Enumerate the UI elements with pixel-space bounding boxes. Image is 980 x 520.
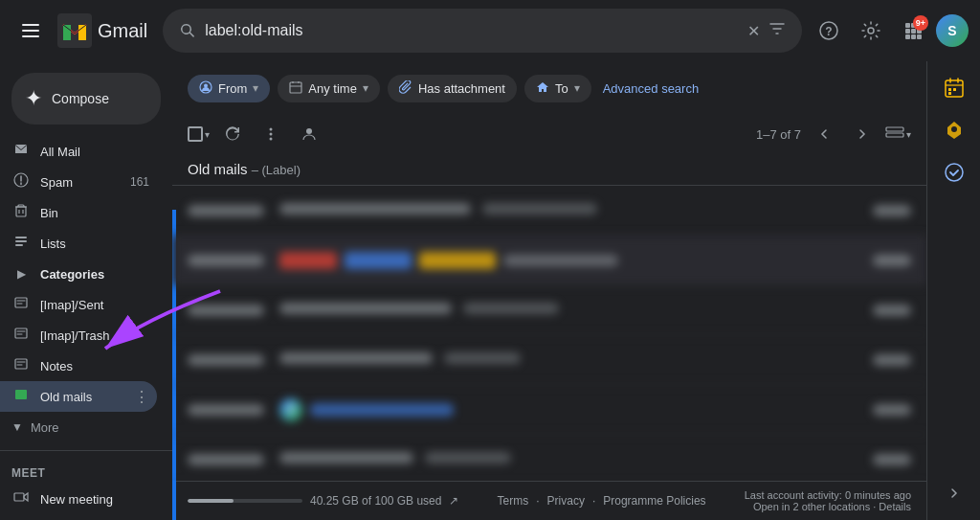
date-text: [873, 454, 911, 465]
search-options-button[interactable]: [768, 19, 787, 42]
calendar-side-button[interactable]: [935, 69, 973, 107]
from-filter-chip[interactable]: From ▾: [188, 75, 270, 102]
search-clear-button[interactable]: ✕: [747, 22, 760, 40]
privacy-link[interactable]: Privacy: [547, 494, 585, 508]
gmail-logo: Gmail: [57, 13, 147, 48]
subject-text: [279, 203, 471, 215]
any-time-filter-chip[interactable]: Any time ▾: [278, 75, 380, 102]
compose-plus-icon: ✦: [25, 86, 42, 111]
sidebar-item-spam[interactable]: Spam 161: [0, 167, 157, 197]
sender-text: [188, 255, 264, 266]
user-avatar[interactable]: S: [936, 14, 969, 47]
tasks-side-button[interactable]: [935, 153, 973, 192]
compose-button[interactable]: ✦ Compose: [11, 73, 161, 124]
settings-button[interactable]: [852, 11, 890, 50]
subject-area: [279, 452, 873, 466]
view-dropdown-icon[interactable]: ▾: [906, 129, 911, 140]
date-text: [873, 255, 911, 266]
sender-text: [188, 454, 264, 465]
old-mails-more-icon[interactable]: ⋮: [134, 388, 149, 406]
sidebar-item-all-mail[interactable]: All Mail: [0, 136, 157, 167]
new-meeting-label: New meeting: [40, 492, 149, 507]
to-label: To: [555, 81, 568, 96]
svg-rect-0: [22, 24, 39, 26]
select-dropdown-icon[interactable]: ▾: [205, 129, 210, 140]
subject-text: [503, 255, 618, 266]
tag-3: [419, 252, 496, 269]
sidebar-item-more[interactable]: ▼ More: [0, 412, 172, 442]
gmail-title: Gmail: [98, 20, 147, 42]
sidebar-item-categories[interactable]: ▶ Categories: [0, 259, 157, 289]
right-panel-expand-button[interactable]: [935, 474, 973, 512]
sidebar-item-imap-sent[interactable]: [Imap]/Sent: [0, 289, 157, 320]
pagination: 1–7 of 7: [756, 119, 911, 149]
sidebar-item-bin[interactable]: Bin: [0, 197, 157, 228]
compose-label: Compose: [52, 91, 109, 106]
sidebar-item-old-mails[interactable]: Old mails ⋮: [0, 381, 157, 412]
attachment-chip-icon: [399, 80, 412, 97]
email-toolbar: ▾: [172, 115, 926, 153]
menu-icon[interactable]: [11, 11, 50, 50]
sidebar-item-imap-trash[interactable]: [Imap]/Trash: [0, 320, 157, 350]
view-toggle[interactable]: ▾: [885, 126, 911, 142]
svg-rect-2: [22, 35, 39, 37]
svg-rect-25: [15, 328, 27, 338]
svg-rect-40: [886, 133, 903, 137]
apps-button[interactable]: 9+: [894, 11, 932, 50]
table-row[interactable]: [172, 236, 926, 285]
new-meeting-icon: [11, 489, 31, 509]
sidebar-item-new-meeting[interactable]: New meeting: [0, 484, 157, 514]
subject-area: [279, 303, 873, 317]
snippet-text: [425, 452, 511, 463]
terms-link[interactable]: Terms: [498, 494, 529, 508]
search-input[interactable]: [205, 22, 740, 39]
table-row[interactable]: [172, 186, 926, 236]
refresh-button[interactable]: [217, 119, 248, 149]
sidebar-item-join-meeting[interactable]: Join a meeting: [0, 514, 157, 520]
tag-1: [279, 252, 337, 269]
svg-rect-12: [911, 29, 916, 34]
notes-icon: [11, 357, 31, 374]
subject-area: [279, 203, 873, 217]
select-all-checkbox-area[interactable]: ▾: [188, 126, 210, 142]
keep-side-button[interactable]: [935, 111, 973, 149]
bin-icon: [11, 203, 31, 222]
sidebar-item-lists[interactable]: Lists: [0, 228, 157, 259]
more-options-button[interactable]: [256, 119, 286, 149]
storage-bar: [188, 499, 302, 503]
content-area: ✦ Compose All Mail Spam 161: [0, 61, 980, 520]
svg-rect-42: [948, 88, 951, 91]
svg-rect-3: [57, 13, 92, 48]
from-label: From: [218, 81, 247, 96]
support-button[interactable]: ?: [810, 11, 848, 50]
manage-storage-icon[interactable]: ↗: [449, 494, 458, 508]
has-attachment-filter-chip[interactable]: Has attachment: [388, 75, 517, 102]
table-row[interactable]: [172, 435, 926, 481]
programme-policies-link[interactable]: Programme Policies: [603, 494, 705, 508]
svg-point-46: [946, 164, 963, 181]
prev-page-button[interactable]: [809, 119, 839, 149]
pagination-text: 1–7 of 7: [756, 127, 801, 142]
svg-rect-26: [15, 359, 27, 369]
sidebar-item-notes[interactable]: Notes: [0, 350, 157, 381]
next-page-button[interactable]: [847, 119, 878, 149]
advanced-search-link[interactable]: Advanced search: [603, 81, 699, 96]
table-row[interactable]: [172, 285, 926, 335]
svg-point-37: [270, 138, 273, 141]
subject-area: S: [279, 398, 873, 421]
svg-point-38: [306, 128, 312, 134]
to-filter-chip[interactable]: To ▾: [524, 75, 591, 102]
all-mail-icon: [11, 142, 31, 161]
table-row[interactable]: S: [172, 385, 926, 435]
table-row[interactable]: [172, 335, 926, 385]
subject-text: [279, 352, 433, 364]
contacts-button[interactable]: [294, 119, 324, 149]
svg-rect-27: [15, 390, 27, 399]
old-mails-label: Old mails: [40, 390, 124, 404]
svg-rect-16: [917, 34, 922, 39]
imap-sent-icon: [11, 296, 31, 313]
subject-text: [310, 403, 454, 417]
snippet-text: [444, 352, 521, 364]
select-all-checkbox[interactable]: [188, 126, 203, 142]
email-list: S: [172, 186, 926, 481]
